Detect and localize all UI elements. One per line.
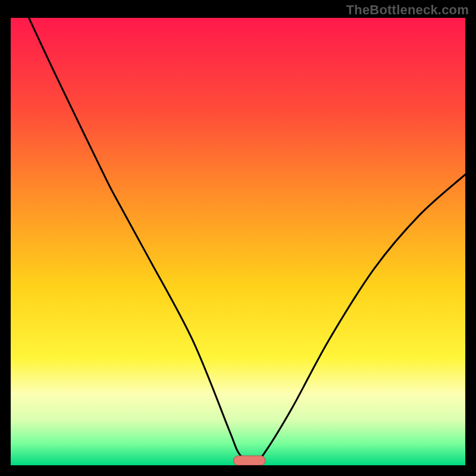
watermark-text: TheBottleneck.com xyxy=(346,2,469,18)
plot-area xyxy=(11,18,465,465)
chart-frame: TheBottleneck.com xyxy=(0,0,476,476)
gradient-background xyxy=(11,18,465,465)
bottleneck-plot-svg xyxy=(11,18,465,465)
optimal-range-marker xyxy=(233,456,265,465)
